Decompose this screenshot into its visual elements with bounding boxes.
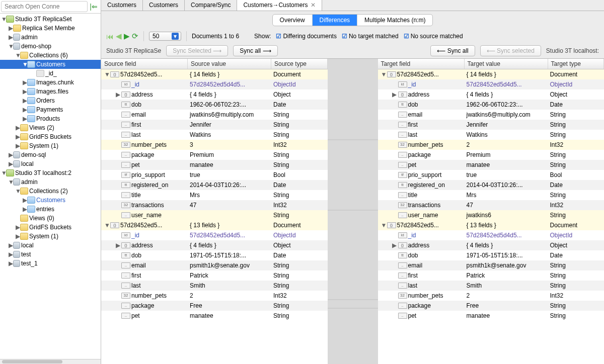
table-row[interactable]: id_id57d28452ed5d4d5...ObjectId <box>101 79 328 89</box>
table-row[interactable]: ..emailpsmith1k@senate.govString <box>101 260 328 270</box>
sidebar-scrollbar[interactable] <box>0 359 101 364</box>
table-row[interactable]: ..emailpsmith1k@senate.govString <box>378 260 605 270</box>
expand-icon[interactable]: ▼ <box>381 71 386 78</box>
col-target-field[interactable]: Target field <box>378 59 465 69</box>
next-page-icon[interactable]: ▶ <box>124 32 130 41</box>
type-icon: .. <box>121 262 130 268</box>
table-row[interactable]: ..titleMrsString <box>101 190 328 200</box>
table-row[interactable]: ..user_nameString <box>101 210 328 220</box>
table-row[interactable]: ttdob1971-05-15T15:18:...Date <box>101 250 328 260</box>
expand-icon[interactable]: ▼ <box>104 222 109 229</box>
sync-all-left-button[interactable]: ⟵ Sync all <box>430 45 475 56</box>
refresh-icon[interactable]: ⟳ <box>132 32 138 41</box>
field-type: String <box>271 262 328 269</box>
connection-tree[interactable]: ▼Studio 3T ReplicaSet ▶Replica Set Membe… <box>0 14 101 359</box>
search-input[interactable] <box>1 1 88 12</box>
table-row[interactable]: ..packagePremiumString <box>101 150 328 160</box>
expand-icon[interactable]: ▶ <box>115 242 120 249</box>
col-source-type[interactable]: Source type <box>271 59 328 69</box>
table-row[interactable]: ▶{}address{ 4 fields }Object <box>101 240 328 250</box>
prev-page-icon[interactable]: ◀ <box>116 32 122 41</box>
table-row[interactable]: ttdob1962-06-06T02:23:...Date <box>101 100 328 110</box>
field-type: String <box>548 302 605 309</box>
table-row[interactable]: ..lastWatkinsString <box>101 130 328 140</box>
col-target-value[interactable]: Target value <box>465 59 548 69</box>
table-row[interactable]: ttregistered_on2014-04-03T10:26:...Date <box>378 180 605 190</box>
subtab-multiple-matches[interactable]: Multiple Matches (n:m) <box>357 15 432 26</box>
tab-customers-1[interactable]: Customers <box>101 0 143 11</box>
expand-icon[interactable]: ▶ <box>392 91 397 98</box>
table-row[interactable]: ..petmanateeString <box>101 160 328 170</box>
table-row[interactable]: ttdob1971-05-15T15:18:...Date <box>378 250 605 260</box>
table-row[interactable]: 32number_pets3Int32 <box>101 140 328 150</box>
table-row[interactable]: ▶{}address{ 4 fields }Object <box>378 240 605 250</box>
table-row[interactable]: ttregistered_on2014-04-03T10:26:...Date <box>101 180 328 190</box>
page-size-select[interactable]: 50 <box>149 32 181 41</box>
subtab-differences[interactable]: Differences <box>313 15 357 26</box>
table-row[interactable]: 32transactions47Int32 <box>378 200 605 210</box>
expand-icon[interactable]: ▶ <box>392 242 397 249</box>
col-target-type[interactable]: Target type <box>548 59 605 69</box>
first-page-icon[interactable]: ⏮ <box>106 32 114 41</box>
table-row[interactable]: ..petmanateeString <box>378 311 605 321</box>
table-row[interactable]: ..packagePremiumString <box>378 150 605 160</box>
table-row[interactable]: ..petmanateeString <box>101 311 328 321</box>
table-row[interactable]: ttdob1962-06-06T02:23:...Date <box>378 100 605 110</box>
field-value: Smith <box>188 282 271 289</box>
table-row[interactable]: 32number_pets2Int32 <box>101 291 328 301</box>
table-row[interactable]: ..firstJenniferString <box>101 120 328 130</box>
sync-selected-left-button[interactable]: ⟵ Sync selected <box>480 45 541 56</box>
table-row[interactable]: tfprio_supporttrueBool <box>101 170 328 180</box>
expand-icon[interactable]: ▼ <box>104 71 109 78</box>
table-row[interactable]: ..emailjwatkins6@multiply.comString <box>101 110 328 120</box>
tab-customers-to-customers[interactable]: Customers→Customers✕ <box>237 0 322 11</box>
table-row[interactable]: ▼{}57d28452ed5...{ 14 fields }Document <box>101 69 328 79</box>
field-name: _id <box>408 81 416 88</box>
table-row[interactable]: ..lastSmithString <box>378 281 605 291</box>
table-row[interactable]: ..firstPatrickString <box>101 270 328 281</box>
table-row[interactable]: ..lastWatkinsString <box>378 130 605 140</box>
subtab-overview[interactable]: Overview <box>273 15 313 26</box>
checkbox-no-target[interactable]: ☑No target matched <box>342 33 399 40</box>
field-name: user_name <box>408 212 438 219</box>
table-row[interactable]: 32number_pets2Int32 <box>378 140 605 150</box>
table-row[interactable]: ..firstPatrickString <box>378 270 605 281</box>
table-row[interactable]: ..packageFreeString <box>378 301 605 311</box>
checkbox-no-source[interactable]: ☑No source matched <box>404 33 463 40</box>
table-row[interactable]: id_id57d28452ed5d4d5...ObjectId <box>378 230 605 240</box>
sync-selected-right-button[interactable]: Sync Selected ⟶ <box>166 45 228 56</box>
table-row[interactable]: ▼{}57d28452ed5...{ 14 fields }Document <box>378 69 605 79</box>
checkbox-differing[interactable]: ☑Differing documents <box>276 33 337 40</box>
expand-icon[interactable]: ▼ <box>381 222 386 229</box>
table-row[interactable]: ..firstJenniferString <box>378 120 605 130</box>
table-row[interactable]: ..packageFreeString <box>101 301 328 311</box>
sync-all-right-button[interactable]: Sync all ⟶ <box>233 45 277 56</box>
table-row[interactable]: id_id57d28452ed5d4d5...ObjectId <box>101 230 328 240</box>
table-row[interactable]: ▼{}57d28452ed5...{ 13 fields }Document <box>101 220 328 230</box>
table-row[interactable]: ..lastSmithString <box>101 281 328 291</box>
table-row[interactable]: 32number_pets2Int32 <box>378 291 605 301</box>
table-row[interactable]: ▶{}address{ 4 fields }Object <box>378 89 605 100</box>
table-row[interactable]: ..titleMrsString <box>378 190 605 200</box>
col-source-field[interactable]: Source field <box>101 59 188 69</box>
table-row[interactable]: ..emailjwatkins6@multiply.comString <box>378 110 605 120</box>
table-row[interactable]: ▼{}57d28452ed5...{ 13 fields }Document <box>378 220 605 230</box>
table-row[interactable]: ..petmanateeString <box>378 160 605 170</box>
collapse-icon[interactable]: |⇐ <box>88 3 100 11</box>
field-type: Object <box>548 91 605 98</box>
tab-customers-2[interactable]: Customers <box>143 0 185 11</box>
col-source-value[interactable]: Source value <box>188 59 271 69</box>
field-name: last <box>408 131 418 138</box>
table-row[interactable]: 32transactions47Int32 <box>101 200 328 210</box>
tree-label: Products <box>36 115 60 122</box>
close-icon[interactable]: ✕ <box>311 2 316 9</box>
table-row[interactable]: id_id57d28452ed5d4d5...ObjectId <box>378 79 605 89</box>
table-row[interactable]: ..user_namejwatkins6String <box>378 210 605 220</box>
field-value: 1971-05-15T15:18:... <box>188 252 271 259</box>
tab-compare-sync[interactable]: Compare/Sync <box>185 0 237 11</box>
tree-item-customers[interactable]: ▼Customers <box>0 60 101 69</box>
table-row[interactable]: ▶{}address{ 4 fields }Object <box>101 89 328 100</box>
type-icon: id <box>398 81 407 87</box>
expand-icon[interactable]: ▶ <box>115 91 120 98</box>
table-row[interactable]: tfprio_supporttrueBool <box>378 170 605 180</box>
